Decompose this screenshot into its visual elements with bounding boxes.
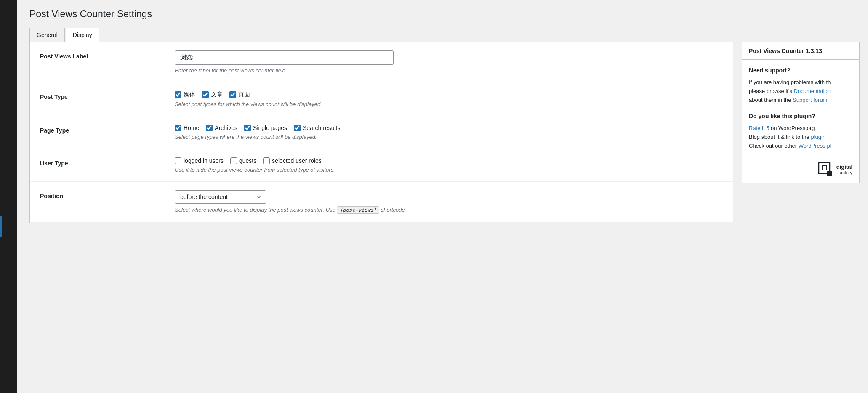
page-title: Post Views Counter Settings (29, 8, 860, 20)
post-type-media-label[interactable]: 媒体 (184, 91, 195, 98)
other-prefix: Check out our other (749, 143, 799, 149)
support-text: If you are having problems with th (749, 78, 852, 87)
other-text: Check out our other WordPress pl (749, 142, 852, 151)
post-views-label-row: Post Views Label Enter the label for the… (30, 42, 733, 82)
widget-body: Need support? If you are having problems… (742, 60, 859, 157)
sidebar-widget: Post Views Counter 1.3.13 Need support? … (742, 42, 860, 183)
position-shortcode: [post-views] (337, 206, 379, 214)
like-section: Do you like this plugin? Rate it 5 on Wo… (749, 112, 852, 151)
user-type-guests-label[interactable]: guests (239, 157, 256, 164)
digital-factory-text: digital factory (836, 164, 852, 176)
user-type-label: User Type (40, 157, 175, 167)
digital-factory-icon (818, 162, 833, 177)
post-type-checkboxes: 媒体 文章 页面 (175, 91, 723, 98)
position-row: Position before the content after the co… (30, 182, 733, 223)
rate-link[interactable]: Rate it 5 (749, 125, 771, 131)
position-control: before the content after the content bef… (175, 190, 723, 214)
tabs-container: General Display (29, 27, 860, 42)
post-type-row: Post Type 媒体 文章 (30, 82, 733, 116)
position-hint-suffix: shortcode (381, 207, 405, 213)
wordpress-link[interactable]: WordPress pl (799, 143, 831, 149)
position-label: Position (40, 190, 175, 199)
tab-general[interactable]: General (29, 28, 65, 42)
page-type-archives-item: Archives (206, 125, 237, 131)
rate-text: Rate it 5 on WordPress.org (749, 124, 852, 133)
position-hint-prefix: Select where would you like to display t… (175, 207, 337, 213)
rate-suffix: on WordPress.org (771, 125, 815, 131)
post-views-label-control: Enter the label for the post views count… (175, 50, 723, 74)
page-type-single-checkbox[interactable] (244, 125, 251, 131)
post-type-page-label[interactable]: 页面 (238, 91, 250, 98)
page-type-home-item: Home (175, 125, 199, 131)
user-type-control: logged in users guests selected user rol… (175, 157, 723, 173)
user-type-roles-item: selected user roles (263, 157, 322, 164)
user-type-hint: Use it to hide the post views counter fr… (175, 167, 723, 173)
blog-text: Blog about it & link to the plugin (749, 133, 852, 142)
position-hint: Select where would you like to display t… (175, 206, 723, 214)
tab-display[interactable]: Display (66, 28, 99, 42)
user-type-logged-label[interactable]: logged in users (184, 157, 224, 164)
page-type-hint: Select page types where the views count … (175, 134, 723, 140)
plugin-link[interactable]: plugin (811, 134, 825, 140)
support-text-3: about them in the Support forum (749, 96, 852, 105)
page-type-checkboxes: Home Archives Single pages (175, 125, 723, 131)
page-type-search-label[interactable]: Search results (303, 125, 340, 131)
post-type-page-checkbox[interactable] (229, 91, 236, 98)
settings-panel: Post Views Label Enter the label for the… (29, 42, 733, 223)
sidebar-accent (0, 216, 2, 237)
page-type-label: Page Type (40, 125, 175, 134)
post-views-label-input[interactable] (175, 50, 394, 65)
page-type-home-checkbox[interactable] (175, 125, 181, 131)
user-type-guests-item: guests (230, 157, 256, 164)
main-content: Post Views Counter Settings General Disp… (17, 0, 868, 393)
support-heading: Need support? (749, 66, 852, 75)
post-type-media-item: 媒体 (175, 91, 195, 98)
user-type-checkboxes: logged in users guests selected user rol… (175, 157, 723, 164)
page-type-single-label[interactable]: Single pages (253, 125, 287, 131)
page-type-control: Home Archives Single pages (175, 125, 723, 140)
page-type-archives-label[interactable]: Archives (215, 125, 237, 131)
user-type-roles-checkbox[interactable] (263, 157, 270, 164)
post-type-article-checkbox[interactable] (202, 91, 209, 98)
layout: Post Views Counter Settings General Disp… (0, 0, 868, 393)
content-area: Post Views Label Enter the label for the… (29, 42, 860, 223)
page-type-search-item: Search results (294, 125, 340, 131)
page-type-search-checkbox[interactable] (294, 125, 301, 131)
post-type-hint: Select post types for which the views co… (175, 101, 723, 107)
svg-rect-1 (822, 166, 826, 170)
post-type-control: 媒体 文章 页面 Select post types for whi (175, 91, 723, 107)
digital-factory-logo: digital factory (742, 157, 859, 183)
user-type-guests-checkbox[interactable] (230, 157, 237, 164)
svg-rect-2 (827, 171, 832, 176)
support-text-prefix: If you are having problems with th (749, 79, 831, 85)
page-type-single-item: Single pages (244, 125, 287, 131)
blog-prefix: Blog about it & link to the (749, 134, 811, 140)
page-type-home-label[interactable]: Home (184, 125, 199, 131)
user-type-logged-item: logged in users (175, 157, 224, 164)
position-select[interactable]: before the content after the content bef… (175, 190, 266, 204)
post-views-label-hint: Enter the label for the post views count… (175, 67, 723, 74)
sidebar (0, 0, 17, 393)
widget-title: Post Views Counter 1.3.13 (742, 42, 859, 60)
post-type-media-checkbox[interactable] (175, 91, 181, 98)
support-forum-link[interactable]: Support forum (793, 97, 827, 103)
user-type-logged-checkbox[interactable] (175, 157, 181, 164)
post-type-article-item: 文章 (202, 91, 223, 98)
support-text-2: please browse it's Documentation (749, 87, 852, 96)
support-text-about: about them in the (749, 97, 793, 103)
user-type-roles-label[interactable]: selected user roles (272, 157, 322, 164)
post-type-page-item: 页面 (229, 91, 250, 98)
post-type-article-label[interactable]: 文章 (211, 91, 223, 98)
documentation-link[interactable]: Documentation (794, 88, 831, 94)
support-text-middle: please browse it's (749, 88, 794, 94)
post-type-label: Post Type (40, 91, 175, 100)
sidebar-panel: Post Views Counter 1.3.13 Need support? … (742, 42, 860, 223)
post-views-label-label: Post Views Label (40, 50, 175, 60)
user-type-row: User Type logged in users guests (30, 149, 733, 182)
page-type-archives-checkbox[interactable] (206, 125, 213, 131)
like-heading: Do you like this plugin? (749, 112, 852, 121)
page-type-row: Page Type Home Archives (30, 116, 733, 149)
